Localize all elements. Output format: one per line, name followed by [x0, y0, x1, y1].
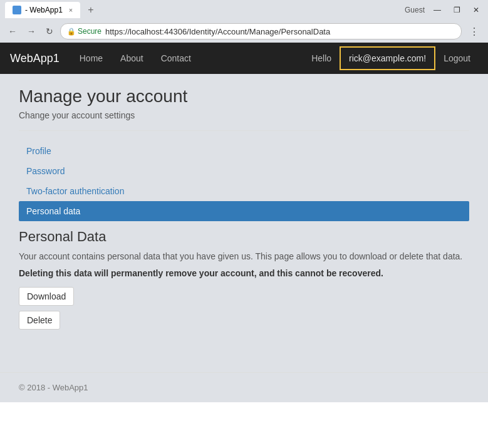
new-tab-button[interactable]: +: [83, 2, 98, 18]
hello-prefix: Hello: [304, 48, 339, 68]
section-title: Personal Data: [19, 229, 469, 245]
navbar-right: Hello rick@example.com! Logout: [304, 48, 478, 68]
tab-close-button[interactable]: ×: [69, 6, 73, 14]
browser-tab[interactable]: - WebApp1 ×: [5, 2, 80, 18]
browser-menu-button[interactable]: ⋮: [465, 24, 483, 39]
forward-button[interactable]: →: [24, 25, 39, 38]
navbar: WebApp1 Home About Contact Hello rick@ex…: [0, 43, 488, 74]
personal-data-section: Personal Data Your account contains pers…: [19, 229, 469, 335]
secure-badge: 🔒 Secure: [67, 27, 101, 36]
navbar-brand[interactable]: WebApp1: [10, 52, 60, 65]
lock-icon: 🔒: [67, 28, 76, 36]
sidenav-personal-data[interactable]: Personal data: [19, 201, 469, 221]
sidenav-profile[interactable]: Profile: [19, 141, 469, 161]
footer: © 2018 - WebApp1: [0, 372, 488, 402]
section-warning: Deleting this data will permanently remo…: [19, 268, 469, 278]
tab-favicon: [13, 6, 21, 14]
nav-contact[interactable]: Contact: [153, 48, 199, 68]
close-button[interactable]: ✕: [469, 4, 483, 16]
secure-label: Secure: [78, 27, 101, 36]
maximize-button[interactable]: ❐: [450, 4, 464, 16]
logout-link[interactable]: Logout: [436, 48, 478, 68]
navbar-nav: Home About Contact: [72, 48, 199, 68]
nav-about[interactable]: About: [113, 48, 151, 68]
address-text: https://localhost:44306/Identity/Account…: [105, 27, 455, 36]
nav-home[interactable]: Home: [72, 48, 110, 68]
page-title: Manage your account: [19, 86, 469, 107]
divider: [19, 130, 469, 131]
address-bar[interactable]: 🔒 Secure https://localhost:44306/Identit…: [60, 23, 462, 39]
page-subtitle: Change your account settings: [19, 110, 469, 120]
reload-button[interactable]: ↻: [43, 25, 56, 38]
tab-title: - WebApp1: [25, 6, 63, 14]
user-label: Guest: [405, 6, 425, 14]
side-nav: Profile Password Two-factor authenticati…: [19, 141, 469, 221]
download-button[interactable]: Download: [19, 287, 74, 306]
sidenav-password[interactable]: Password: [19, 161, 469, 181]
section-description: Your account contains personal data that…: [19, 250, 469, 263]
sidenav-two-factor[interactable]: Two-factor authentication: [19, 181, 469, 201]
back-button[interactable]: ←: [5, 25, 20, 38]
page-content: Manage your account Change your account …: [0, 74, 488, 347]
user-email-link[interactable]: rick@example.com!: [341, 48, 433, 68]
footer-text: © 2018 - WebApp1: [19, 383, 88, 392]
minimize-button[interactable]: —: [430, 4, 445, 16]
delete-button[interactable]: Delete: [19, 311, 60, 330]
